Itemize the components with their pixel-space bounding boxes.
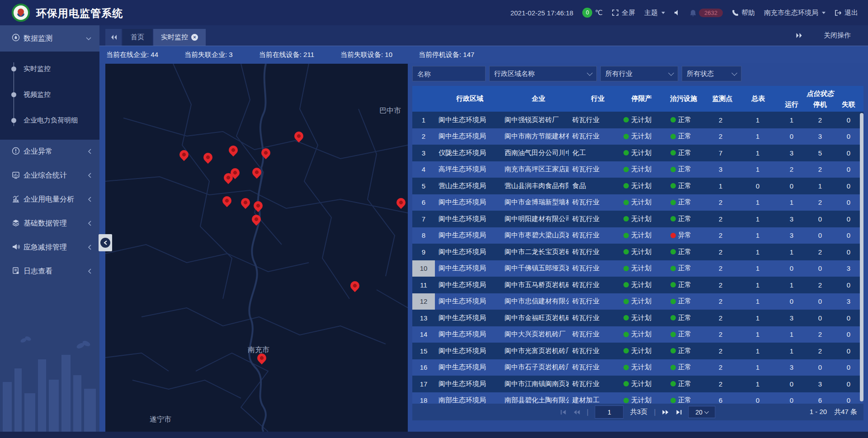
table-scrollbar[interactable] (860, 113, 863, 401)
cell-running: 1 (777, 343, 807, 359)
region-select[interactable]: 行政区域名称 (489, 66, 597, 81)
last-page-button[interactable] (676, 409, 682, 415)
table-row[interactable]: 13阆中生态环境局阆中市金福旺页岩机砖砖瓦行业无计划正常21300 (412, 310, 863, 326)
logout-button[interactable]: 退出 (835, 9, 858, 17)
sidebar-item-power-load-detail[interactable]: 企业电力负荷明细 (0, 108, 99, 133)
bar-chart-icon (12, 195, 20, 205)
map[interactable]: 巴中市南充市遂宁市 (105, 64, 408, 432)
cell-total-meters: 1 (739, 194, 777, 211)
table-row[interactable]: 4高坪生态环境局南充市高坪区王家店建砖瓦行业无计划正常31220 (412, 161, 863, 178)
sidebar-item-data-monitoring[interactable]: 数据监测 (0, 25, 99, 52)
cell-lost: 0 (834, 161, 863, 178)
first-page-button[interactable] (560, 409, 566, 415)
table-row[interactable]: 17阆中生态环境局阆中市江南镇阆南页岩砖瓦行业无计划正常21030 (412, 376, 863, 392)
tabs-scroll-left-button[interactable] (105, 29, 122, 46)
table-row[interactable]: 3仪陇生态环境局西南油气田分公司川中化工无计划正常71350 (412, 145, 863, 161)
cell-industry: 砖瓦行业 (569, 211, 616, 227)
sidebar-item-realtime-monitoring[interactable]: 实时监控 (0, 56, 99, 82)
table-row[interactable]: 9阆中生态环境局阆中市二龙长宝页岩砖砖瓦行业无计划正常21120 (412, 244, 863, 260)
map-collapse-button[interactable] (99, 234, 112, 251)
table-row[interactable]: 12阆中生态环境局阆中市忠信建材有限公砖瓦行业无计划正常21003 (412, 293, 863, 310)
cell-stopped: 3 (807, 128, 834, 145)
column-header-production: 停限产 (621, 86, 663, 112)
page-number-input[interactable] (595, 405, 624, 419)
sidebar-item-log-view[interactable]: 日志查看 (0, 259, 99, 283)
cell-facility-status: 正常 (659, 112, 703, 128)
help-button[interactable]: 帮助 (732, 9, 755, 17)
row-index: 13 (412, 310, 435, 326)
column-header-lost: 失联 (834, 99, 863, 110)
app-logo-icon (12, 4, 30, 22)
status-select[interactable]: 所有状态 (682, 66, 741, 81)
industry-select[interactable]: 所有行业 (600, 66, 678, 81)
close-operations-button[interactable]: 关闭操作 (824, 31, 851, 40)
fullscreen-button[interactable]: 全屏 (612, 9, 635, 17)
table-row[interactable]: 18南部生态环境局南部县碧化土陶有限公建材加工无计划正常60060 (412, 392, 863, 404)
cell-monitor-points: 1 (703, 178, 739, 194)
table-row[interactable]: 11阆中生态环境局阆中市五马桥页岩机砖砖瓦行业无计划正常21120 (412, 277, 863, 293)
green-status-dot-icon (670, 134, 676, 139)
chevron-down-icon (587, 70, 593, 76)
theme-dropdown[interactable]: 主题 (644, 9, 665, 17)
app-root: 环保用电监管系统 2021-02-25 17:46:18 0 ℃ 全屏 主题 2… (0, 0, 868, 438)
cell-running: 0 (777, 293, 807, 310)
stat-item: 当前失联设备: 10 (340, 51, 392, 59)
name-search-input[interactable] (412, 66, 486, 81)
cell-production-status: 无计划 (616, 277, 659, 293)
sidebar-item-basic-data[interactable]: 基础数据管理 (0, 212, 99, 235)
table-row[interactable]: 10阆中生态环境局阆中千佛镇五郎垭页岩砖瓦行业无计划正常21003 (412, 260, 863, 277)
cell-monitor-points: 2 (703, 227, 739, 244)
sound-button[interactable] (674, 9, 681, 16)
table-row[interactable]: 2阆中生态环境局阆中市南方节能建材有砖瓦行业无计划正常21030 (412, 128, 863, 145)
table-row[interactable]: 8阆中生态环境局阆中市枣碧大梁山页岩砖瓦行业无计划异常21300 (412, 227, 863, 244)
table-row[interactable]: 6阆中生态环境局阆中市金博瑞新型墙材砖瓦行业无计划正常21120 (412, 194, 863, 211)
cell-total-meters: 1 (739, 161, 777, 178)
cell-lost: 0 (834, 128, 863, 145)
cell-industry: 砖瓦行业 (569, 161, 616, 178)
table-row[interactable]: 5营山生态环境局营山县润丰肉食品有限食品无计划正常10010 (412, 178, 863, 194)
green-status-dot-icon (670, 381, 676, 386)
next-page-button[interactable] (662, 409, 670, 415)
map-city-label: 南充市 (248, 345, 269, 355)
row-index: 6 (412, 194, 435, 211)
sidebar-item-video-monitoring[interactable]: 视频监控 (0, 82, 99, 108)
red-status-dot-icon (670, 233, 676, 238)
stats-bar: 当前在线企业: 44当前失联企业: 3当前在线设备: 211当前失联设备: 10… (99, 46, 868, 63)
tab-home[interactable]: 首页 (123, 29, 152, 46)
table-row[interactable]: 14阆中生态环境局阆中大兴页岩机砖厂砖瓦行业无计划正常21120 (412, 326, 863, 343)
user-dropdown[interactable]: 南充市生态环境局 (764, 9, 826, 17)
cell-lost: 0 (834, 343, 863, 359)
green-status-dot-icon (670, 249, 676, 254)
cell-stopped: 2 (807, 161, 834, 178)
double-arrow-right-icon[interactable] (796, 33, 803, 38)
tab-realtime-monitoring[interactable]: 实时监控 × (153, 29, 206, 46)
table-row[interactable]: 15阆中生态环境局阆中市光富页岩机砖厂砖瓦行业无计划正常21120 (412, 343, 863, 359)
table-row[interactable]: 7阆中生态环境局阆中明阳建材有限公司砖瓦行业无计划正常21300 (412, 211, 863, 227)
cell-company: 阆中市金福旺页岩机砖 (501, 310, 569, 326)
cell-monitor-points: 3 (703, 161, 739, 178)
cell-facility-status: 正常 (659, 128, 703, 145)
page-size-select[interactable]: 20 (689, 406, 716, 418)
table-row[interactable]: 16阆中生态环境局阆中市石子页岩机砖厂砖瓦行业无计划正常21300 (412, 359, 863, 376)
sidebar-item-enterprise-statistics[interactable]: 企业综合统计 (0, 164, 99, 188)
cell-total-meters: 1 (739, 293, 777, 310)
cell-stopped: 5 (807, 145, 834, 161)
chevron-down-icon (822, 12, 826, 14)
row-index: 2 (412, 128, 435, 145)
sidebar-item-electricity-analysis[interactable]: 企业用电量分析 (0, 188, 99, 212)
cell-total-meters: 0 (739, 178, 777, 194)
sidebar-item-emergency-reduction[interactable]: 应急减排管理 (0, 235, 99, 259)
bell-icon (690, 9, 696, 16)
notification-area[interactable]: 2632 (690, 9, 723, 17)
sidebar-item-enterprise-abnormal[interactable]: 企业异常 (0, 140, 99, 164)
cell-production-status: 无计划 (616, 112, 659, 128)
cell-production-status: 无计划 (616, 244, 659, 260)
cell-running: 3 (777, 227, 807, 244)
stat-item: 当前在线企业: 44 (106, 51, 158, 59)
table-row[interactable]: 1阆中生态环境局阆中强锐页岩砖厂砖瓦行业无计划正常21120 (412, 112, 863, 128)
data-monitor-icon (12, 33, 20, 43)
cell-region: 阆中生态环境局 (435, 277, 501, 293)
cell-running: 3 (777, 359, 807, 376)
prev-page-button[interactable] (573, 409, 580, 415)
close-tab-icon[interactable]: × (191, 34, 198, 41)
